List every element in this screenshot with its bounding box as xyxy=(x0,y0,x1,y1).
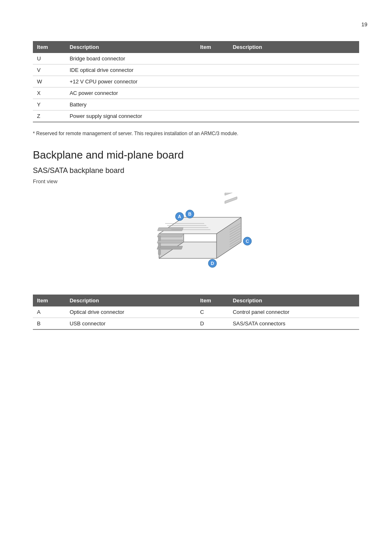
table-row: B USB connector D SAS/SATA connectors xyxy=(33,318,359,330)
desc-cell: AC power connector xyxy=(65,88,196,99)
front-view-label: Front view xyxy=(33,178,359,184)
bottom-table-header-item2: Item xyxy=(196,295,228,306)
top-table-header-item1: Item xyxy=(33,41,65,53)
desc-cell xyxy=(228,99,359,111)
svg-rect-23 xyxy=(158,243,161,248)
svg-rect-8 xyxy=(225,193,237,196)
svg-rect-4 xyxy=(157,228,183,231)
item-cell: Z xyxy=(33,111,65,122)
table-row: W +12 V CPU power connector xyxy=(33,76,359,88)
svg-text:A: A xyxy=(178,214,181,219)
desc-cell: Optical drive connector xyxy=(65,306,196,318)
item-cell: X xyxy=(33,88,65,99)
table-row: Y Battery xyxy=(33,99,359,111)
item-cell xyxy=(196,88,228,99)
item-cell xyxy=(196,111,228,122)
item-cell: D xyxy=(196,318,228,330)
desc-cell xyxy=(228,76,359,88)
svg-rect-5 xyxy=(157,234,183,237)
desc-cell: IDE optical drive connector xyxy=(65,64,196,76)
diagram-container: A B C D xyxy=(33,193,359,283)
bottom-table-header-item1: Item xyxy=(33,295,65,306)
item-cell xyxy=(196,76,228,88)
top-table-header-item2: Item xyxy=(196,41,228,53)
svg-rect-22 xyxy=(158,236,161,241)
item-cell: A xyxy=(33,306,65,318)
item-cell: W xyxy=(33,76,65,88)
page-number: 19 xyxy=(362,21,367,28)
desc-cell xyxy=(228,88,359,99)
top-info-table: Item Description Item Description U Brid… xyxy=(33,41,359,122)
table-row: A Optical drive connector C Control pane… xyxy=(33,306,359,318)
footnote-text: * Reserved for remote management of serv… xyxy=(33,130,359,137)
table-row: X AC power connector xyxy=(33,88,359,99)
bottom-info-table: Item Description Item Description A Opti… xyxy=(33,295,359,330)
svg-rect-24 xyxy=(158,250,161,255)
svg-text:B: B xyxy=(188,212,191,216)
svg-rect-6 xyxy=(157,240,183,243)
desc-cell: Battery xyxy=(65,99,196,111)
top-table-header-desc1: Description xyxy=(65,41,196,53)
desc-cell: SAS/SATA connectors xyxy=(228,318,359,330)
svg-text:D: D xyxy=(211,261,214,266)
item-cell: Y xyxy=(33,99,65,111)
table-row: U Bridge board connector xyxy=(33,53,359,64)
desc-cell: Control panel connector xyxy=(228,306,359,318)
item-cell xyxy=(196,53,228,64)
svg-rect-9 xyxy=(225,197,237,204)
item-cell: U xyxy=(33,53,65,64)
desc-cell xyxy=(228,111,359,122)
table-row: V IDE optical drive connector xyxy=(33,64,359,76)
svg-text:C: C xyxy=(246,239,249,244)
bottom-table-header-desc1: Description xyxy=(65,295,196,306)
subsection-title: SAS/SATA backplane board xyxy=(33,166,359,175)
desc-cell: +12 V CPU power connector xyxy=(65,76,196,88)
bottom-table-header-desc2: Description xyxy=(228,295,359,306)
desc-cell: Power supply signal connector xyxy=(65,111,196,122)
backplane-diagram: A B C D xyxy=(126,193,266,283)
desc-cell: USB connector xyxy=(65,318,196,330)
item-cell: B xyxy=(33,318,65,330)
item-cell: V xyxy=(33,64,65,76)
section-title: Backplane and mid-plane board xyxy=(33,149,359,161)
item-cell xyxy=(196,64,228,76)
top-table-header-desc2: Description xyxy=(228,41,359,53)
table-row: Z Power supply signal connector xyxy=(33,111,359,122)
item-cell: C xyxy=(196,306,228,318)
desc-cell xyxy=(228,64,359,76)
desc-cell xyxy=(228,53,359,64)
desc-cell: Bridge board connector xyxy=(65,53,196,64)
item-cell xyxy=(196,99,228,111)
